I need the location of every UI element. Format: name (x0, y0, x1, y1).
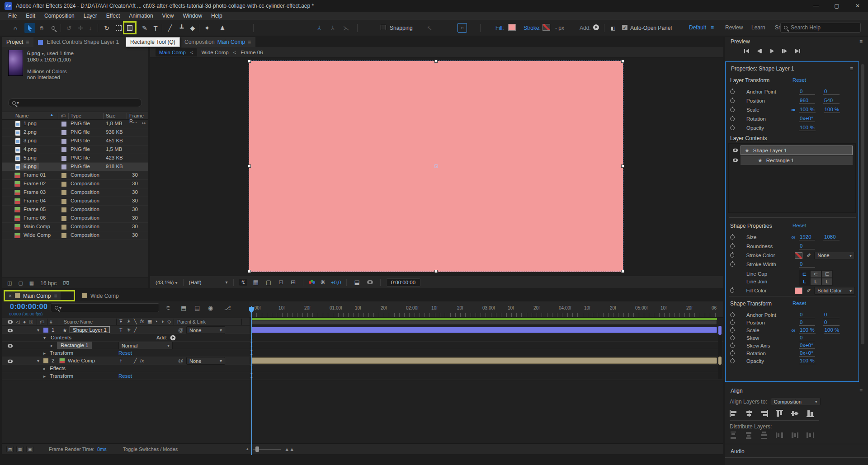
column-size[interactable]: Size (106, 113, 115, 118)
panel-menu-icon[interactable]: ≡ (850, 66, 853, 72)
layer-label-swatch[interactable] (43, 328, 48, 333)
size-height-value[interactable]: 1080 (823, 234, 840, 240)
visibility-eye-icon[interactable] (7, 328, 13, 333)
first-frame-button[interactable] (744, 49, 749, 53)
stroke-type-dropdown[interactable]: None▾ (814, 252, 855, 259)
project-row-frame02[interactable]: Frame 02 Composition30 (2, 180, 148, 188)
position-x-value[interactable]: 960 (799, 98, 815, 104)
current-time-indicator-line[interactable] (251, 306, 252, 455)
label-swatch[interactable] (61, 225, 66, 230)
transform-row-shape[interactable]: ▸ Transform Reset (2, 349, 250, 357)
add-shape-icon[interactable] (593, 24, 599, 30)
crumb-wide-comp[interactable]: Wide Comp (202, 50, 229, 55)
project-row-frame03[interactable]: Frame 03 Composition30 (2, 188, 148, 197)
distribute-top-button[interactable] (730, 432, 740, 439)
shape-anchor-y[interactable]: 0 (823, 312, 840, 318)
show-snapshot-eye-icon[interactable] (365, 279, 375, 286)
rotation-tool[interactable]: ↻ (101, 23, 112, 33)
visibility-eye-icon[interactable] (733, 158, 738, 162)
parent-dropdown[interactable]: None▾ (186, 357, 225, 365)
view-axis-mode-icon[interactable]: ⋋ (341, 23, 352, 33)
shape-position-y[interactable]: 0 (823, 319, 840, 326)
region-of-interest-icon[interactable]: ▢ (264, 279, 273, 286)
label-swatch[interactable] (61, 199, 66, 204)
pixel-button[interactable]: ▣ (26, 446, 33, 452)
rectangle-1-row[interactable]: ▸ Rectangle 1 Normal▾ (2, 342, 250, 349)
selection-handle-top-right[interactable] (621, 60, 624, 63)
project-row-frame05[interactable]: Frame 05 Composition30 (2, 206, 148, 214)
anchor-point-indicator[interactable] (434, 164, 438, 168)
menu-effect[interactable]: Effect (102, 13, 124, 19)
skew-value[interactable]: 0 (799, 335, 815, 341)
selection-handle-bottom-left[interactable] (248, 270, 251, 273)
effects-group-row[interactable]: ▸ Effects (2, 365, 250, 372)
toggle-switches-modes-button[interactable]: Toggle Switches / Modes (123, 446, 178, 452)
collapse-switch[interactable]: ☀ (127, 327, 131, 333)
selection-handle-mid-left[interactable] (248, 164, 251, 168)
visibility-eye-icon[interactable] (7, 343, 13, 349)
link-dimensions-icon[interactable]: ∞ (788, 234, 799, 240)
project-row-frame01[interactable]: Frame 01 Composition30 (2, 171, 148, 180)
shape-layer-1-duration-bar[interactable] (251, 327, 717, 333)
dolly-camera-tool[interactable]: ↓ (85, 23, 96, 33)
menu-edit[interactable]: Edit (21, 13, 40, 19)
expand-chevron-icon[interactable]: ▸ (43, 366, 46, 371)
eraser-tool[interactable]: ◆ (187, 23, 198, 33)
expand-chevron-icon[interactable]: ▾ (43, 335, 46, 340)
quality-switch[interactable]: ╱ (134, 358, 137, 364)
current-timecode[interactable]: 0:00:00:00 (10, 303, 47, 311)
layer-name[interactable]: Wide Comp (68, 358, 95, 363)
grid-button[interactable]: ▦ (16, 446, 24, 452)
maximize-button[interactable]: ▢ (826, 0, 847, 12)
panel-menu-icon[interactable]: ≡ (26, 39, 29, 45)
column-name[interactable]: Name (15, 113, 28, 118)
label-swatch[interactable] (61, 122, 66, 127)
shape-scale-x[interactable]: 100 % (799, 327, 816, 333)
tab-project[interactable]: Project≡ (2, 37, 33, 47)
align-vertical-center-button[interactable] (791, 410, 801, 418)
time-ruler[interactable]: :00f 10f 20f 01:00f 10f 20f 02:00f 10f 2… (250, 301, 723, 318)
transform-row-wide-comp[interactable]: ▸ Transform Reset (2, 372, 250, 380)
timeline-zoom-slider[interactable] (253, 449, 281, 450)
label-swatch[interactable] (61, 182, 66, 187)
roundness-value[interactable]: 0 (799, 243, 815, 249)
menu-layer[interactable]: Layer (79, 13, 102, 19)
help-search-box[interactable]: Search Help (780, 23, 861, 33)
line-cap-butt-button[interactable]: ⊏ (799, 270, 810, 278)
project-bit-depth[interactable]: 16 bpc (40, 280, 57, 287)
home-tool[interactable]: ⌂ (10, 23, 21, 33)
stroke-color-swatch[interactable] (795, 252, 803, 259)
menu-file[interactable]: File (4, 13, 21, 19)
tab-composition-main-comp[interactable]: Composition Main Comp ≡ (180, 37, 255, 47)
line-cap-round-button[interactable]: ⊂ (810, 270, 821, 278)
composition-canvas[interactable] (150, 58, 723, 276)
distribute-vertical-center-button[interactable] (745, 432, 755, 439)
parent-dropdown[interactable]: None▾ (186, 326, 225, 334)
align-top-button[interactable] (776, 410, 786, 418)
play-button[interactable] (770, 49, 774, 53)
stopwatch-icon[interactable] (730, 244, 735, 249)
last-frame-button[interactable] (795, 49, 800, 53)
selection-handle-mid-right[interactable] (621, 164, 624, 168)
selection-handle-top-center[interactable] (434, 60, 438, 63)
fill-type-dropdown[interactable]: Solid Color▾ (814, 287, 855, 295)
project-row-frame04[interactable]: Frame 04 Composition30 (2, 197, 148, 206)
menu-view[interactable]: View (158, 13, 179, 19)
zoom-tool[interactable] (48, 23, 59, 33)
expand-chevron-icon[interactable]: ▸ (43, 351, 46, 356)
eyedropper-icon[interactable]: ✎ (805, 288, 811, 293)
label-swatch[interactable] (61, 130, 66, 135)
shape-scale-y[interactable]: 100 % (824, 327, 840, 333)
title-action-safe-icon[interactable]: ⊡ (277, 279, 285, 286)
shape-opacity-value[interactable]: 100 % (799, 358, 816, 364)
contents-row-shape-layer-1[interactable]: ★Shape Layer 1 (729, 146, 856, 155)
project-row-wide-comp[interactable]: Wide Comp Composition30 (2, 231, 148, 240)
shy-switch[interactable]: Ŧ (119, 358, 123, 363)
footage-name[interactable]: 6.png (27, 51, 40, 56)
zoom-out-timeline-icon[interactable]: ▲ (245, 447, 249, 451)
quality-switch[interactable]: ╱ (134, 327, 137, 333)
timeline-zoom-handle[interactable] (255, 446, 259, 452)
layer-row-wide-comp[interactable]: ▾ 2 Wide Comp Ŧ ╱ fx @ None▾ (2, 357, 250, 365)
scale-y-value[interactable]: 100 % (824, 107, 840, 113)
minimize-button[interactable]: — (806, 0, 826, 12)
